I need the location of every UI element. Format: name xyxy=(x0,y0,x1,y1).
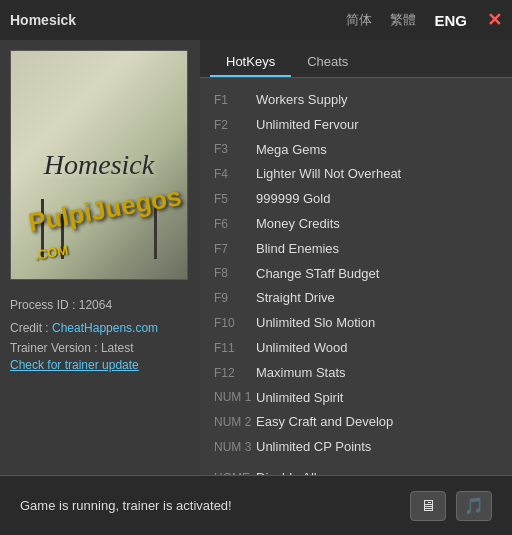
cheat-row: NUM 2Easy Craft and Develop xyxy=(214,410,498,435)
status-icons: 🖥 🎵 xyxy=(410,491,492,521)
lang-english-btn[interactable]: ENG xyxy=(430,10,471,31)
status-bar: Game is running, trainer is activated! 🖥… xyxy=(0,475,512,535)
process-info: Process ID : 12064 xyxy=(10,295,190,317)
cheat-key: NUM 2 xyxy=(214,413,256,432)
credit-row: Credit : CheatHappens.com xyxy=(10,321,190,335)
cheat-row: NUM 3Unlimited CP Points xyxy=(214,435,498,460)
cheat-key: F1 xyxy=(214,91,256,110)
game-image: Homesick xyxy=(10,50,188,280)
tree-decoration-1 xyxy=(41,199,44,259)
credit-label: Credit : xyxy=(10,321,49,335)
cheat-name: Blind Enemies xyxy=(256,239,339,260)
trainer-version-value: Latest xyxy=(101,341,134,355)
cheat-row: F10Unlimited Slo Motion xyxy=(214,311,498,336)
title-bar-left: Homesick xyxy=(10,12,76,28)
cheat-key: F4 xyxy=(214,165,256,184)
cheat-name: Mega Gems xyxy=(256,140,327,161)
cheat-name: Unlimited Spirit xyxy=(256,388,343,409)
cheat-name: Maximum Stats xyxy=(256,363,346,384)
left-panel: Homesick PulpiJuegos .COM Process ID : 1… xyxy=(0,40,200,475)
cheat-key: F7 xyxy=(214,240,256,259)
status-text: Game is running, trainer is activated! xyxy=(20,498,232,513)
credit-value: CheatHappens.com xyxy=(52,321,158,335)
cheat-key: F6 xyxy=(214,215,256,234)
cheat-key: NUM 1 xyxy=(214,388,256,407)
cheat-name: Straight Drive xyxy=(256,288,335,309)
cheat-row: F1Workers Supply xyxy=(214,88,498,113)
cheat-name: Lighter Will Not Overheat xyxy=(256,164,401,185)
app-title: Homesick xyxy=(10,12,76,28)
cheat-key: F9 xyxy=(214,289,256,308)
check-update-link[interactable]: Check for trainer update xyxy=(10,358,190,372)
cheat-name: Change STaff Budget xyxy=(256,264,379,285)
cheat-row: NUM 1Unlimited Spirit xyxy=(214,386,498,411)
music-icon-btn[interactable]: 🎵 xyxy=(456,491,492,521)
close-button[interactable]: ✕ xyxy=(487,9,502,31)
cheat-row: F4Lighter Will Not Overheat xyxy=(214,162,498,187)
title-bar: Homesick 简体 繁體 ENG ✕ xyxy=(0,0,512,40)
cheat-row: F2Unlimited Fervour xyxy=(214,113,498,138)
lang-simplified-btn[interactable]: 简体 xyxy=(342,9,376,31)
game-logo: Homesick xyxy=(44,149,154,181)
cheat-list: F1Workers SupplyF2Unlimited FervourF3Meg… xyxy=(200,78,512,475)
right-panel: HotKeys Cheats F1Workers SupplyF2Unlimit… xyxy=(200,40,512,475)
cheat-name: Easy Craft and Develop xyxy=(256,412,393,433)
cheat-name: Unlimited Fervour xyxy=(256,115,359,136)
cheat-row: F11Unlimited Wood xyxy=(214,336,498,361)
cheat-row: F12Maximum Stats xyxy=(214,361,498,386)
tree-decoration-2 xyxy=(61,214,64,259)
cheat-key: F12 xyxy=(214,364,256,383)
cheat-key: F10 xyxy=(214,314,256,333)
cheat-key: F5 xyxy=(214,190,256,209)
tree-decoration-3 xyxy=(154,204,157,259)
tab-cheats[interactable]: Cheats xyxy=(291,48,364,77)
cheat-row: F7Blind Enemies xyxy=(214,237,498,262)
cheat-row: F9Straight Drive xyxy=(214,286,498,311)
cheat-key: F2 xyxy=(214,116,256,135)
tabs: HotKeys Cheats xyxy=(200,40,512,78)
home-action-row: HOMEDisable All xyxy=(214,466,498,475)
cheat-key: F8 xyxy=(214,264,256,283)
trainer-version-label: Trainer Version : xyxy=(10,341,98,355)
trainer-version: Trainer Version : Latest xyxy=(10,341,190,355)
cheat-key: F3 xyxy=(214,140,256,159)
main-area: Homesick PulpiJuegos .COM Process ID : 1… xyxy=(0,40,512,475)
cheat-key: NUM 3 xyxy=(214,438,256,457)
cheat-name: Unlimited Wood xyxy=(256,338,348,359)
cheat-name: Unlimited Slo Motion xyxy=(256,313,375,334)
process-id-label: Process ID : xyxy=(10,298,75,312)
home-action-label: Disable All xyxy=(256,468,317,475)
music-icon: 🎵 xyxy=(464,496,484,515)
cheat-name: 999999 Gold xyxy=(256,189,330,210)
cheat-key: F11 xyxy=(214,339,256,358)
cheat-row: F3Mega Gems xyxy=(214,138,498,163)
tab-hotkeys[interactable]: HotKeys xyxy=(210,48,291,77)
process-id-value: 12064 xyxy=(79,298,112,312)
lang-traditional-btn[interactable]: 繁體 xyxy=(386,9,420,31)
cheat-row: F6Money Credits xyxy=(214,212,498,237)
cheat-row: F5999999 Gold xyxy=(214,187,498,212)
home-key: HOME xyxy=(214,469,250,475)
cheat-row: F8Change STaff Budget xyxy=(214,262,498,287)
monitor-icon-btn[interactable]: 🖥 xyxy=(410,491,446,521)
monitor-icon: 🖥 xyxy=(420,497,436,515)
cheat-name: Workers Supply xyxy=(256,90,348,111)
cheat-name: Unlimited CP Points xyxy=(256,437,371,458)
cheat-name: Money Credits xyxy=(256,214,340,235)
lang-buttons: 简体 繁體 ENG ✕ xyxy=(342,9,502,31)
